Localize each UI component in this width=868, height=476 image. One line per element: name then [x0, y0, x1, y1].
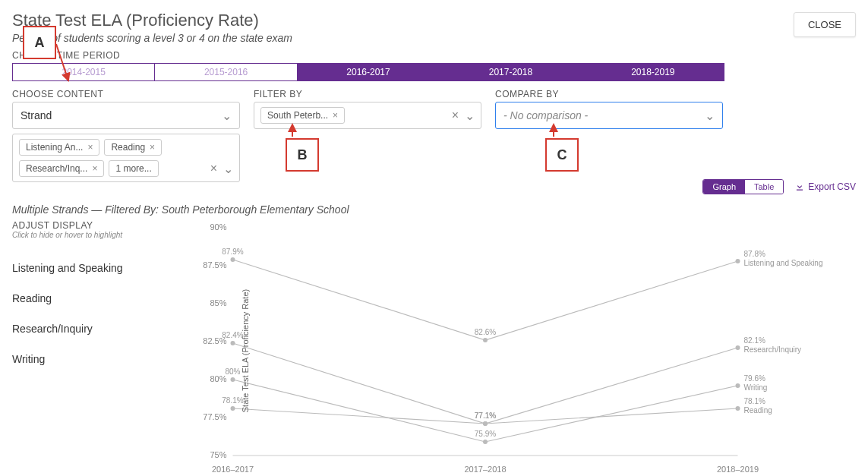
svg-text:2018–2019: 2018–2019: [717, 465, 759, 474]
svg-text:75%: 75%: [210, 450, 226, 459]
svg-point-38: [736, 406, 740, 411]
svg-text:77.5%: 77.5%: [203, 412, 226, 421]
time-period-selector: 2014-2015 2015-2016 2016-2017 2017-2018 …: [12, 63, 724, 81]
time-period-option[interactable]: 2015-2016: [155, 63, 297, 81]
svg-text:87.9%: 87.9%: [222, 247, 243, 256]
svg-text:80%: 80%: [210, 374, 226, 383]
compare-by-select[interactable]: - No comparison - ⌄: [495, 102, 723, 129]
filter-by-label: FILTER BY: [254, 89, 481, 99]
svg-text:Reading: Reading: [744, 406, 772, 415]
clear-tags-icon[interactable]: ×: [210, 162, 217, 175]
svg-point-15: [483, 338, 488, 342]
time-period-label: CHOOSE TIME PERIOD: [12, 50, 856, 61]
svg-point-17: [736, 259, 740, 263]
annotation-a: A: [23, 26, 56, 59]
time-period-option[interactable]: 2014-2015: [12, 63, 155, 81]
annotation-c: C: [545, 138, 579, 172]
svg-text:90%: 90%: [210, 222, 226, 232]
annotation-b: B: [286, 138, 319, 172]
time-period-option[interactable]: 2016-2017: [298, 63, 440, 81]
svg-text:Writing: Writing: [744, 383, 768, 392]
remove-tag-icon[interactable]: ×: [333, 110, 338, 121]
export-csv-button[interactable]: Export CSV: [794, 181, 856, 192]
view-toggle: Graph Table: [702, 179, 784, 194]
chevron-down-icon[interactable]: ⌄: [223, 162, 233, 176]
legend-item[interactable]: Listening and Speaking: [12, 253, 179, 283]
svg-line-0: [56, 44, 68, 80]
svg-text:78.1%: 78.1%: [744, 397, 765, 405]
svg-point-36: [483, 421, 488, 426]
content-tag-more[interactable]: 1 more...: [109, 160, 158, 177]
time-period-option[interactable]: 2018-2019: [582, 63, 724, 81]
svg-text:82.1%: 82.1%: [744, 336, 765, 345]
download-icon: [794, 181, 805, 192]
choose-content-tags[interactable]: Listening An...× Reading× Research/Inq..…: [12, 134, 240, 182]
svg-text:77.1%: 77.1%: [475, 411, 496, 420]
content-tag[interactable]: Listening An...×: [19, 139, 99, 156]
svg-text:87.8%: 87.8%: [744, 250, 765, 258]
content-tag[interactable]: Reading×: [104, 139, 162, 156]
annotation-c-arrow: [548, 123, 559, 138]
view-toggle-table[interactable]: Table: [745, 180, 783, 194]
choose-content-label: CHOOSE CONTENT: [12, 89, 240, 99]
svg-text:Research/Inquiry: Research/Inquiry: [744, 345, 802, 354]
choose-content-select[interactable]: Strand ⌄: [12, 102, 240, 129]
chevron-down-icon: ⌄: [222, 109, 232, 123]
svg-point-20: [231, 341, 235, 345]
clear-tags-icon[interactable]: ×: [452, 109, 459, 122]
svg-point-24: [736, 345, 740, 350]
remove-tag-icon[interactable]: ×: [92, 163, 97, 174]
y-axis-label: State Test ELA (Proficiency Rate): [241, 289, 250, 412]
page-subtitle: Percent of students scoring a level 3 or…: [12, 32, 856, 44]
svg-text:75.9%: 75.9%: [475, 430, 496, 438]
remove-tag-icon[interactable]: ×: [87, 142, 93, 153]
svg-text:80%: 80%: [225, 367, 240, 376]
svg-point-29: [483, 440, 488, 444]
svg-text:2016–2017: 2016–2017: [212, 465, 254, 474]
annotation-a-arrow: [55, 43, 73, 85]
svg-text:Listening and Speaking: Listening and Speaking: [744, 259, 823, 267]
close-button[interactable]: CLOSE: [794, 12, 856, 37]
annotation-b-arrow: [287, 123, 298, 138]
adjust-display-title: ADJUST DISPLAY: [12, 220, 179, 231]
filter-summary: Multiple Strands — Filtered By: South Pe…: [12, 203, 856, 216]
svg-text:85%: 85%: [210, 298, 226, 307]
line-chart: 75%77.5%80%82.5%85%87.5%90%2016–20172017…: [187, 220, 856, 476]
compare-by-placeholder: - No comparison -: [503, 109, 588, 121]
svg-text:82.6%: 82.6%: [475, 328, 496, 336]
filter-tag[interactable]: South Peterb...×: [260, 107, 345, 124]
view-toggle-graph[interactable]: Graph: [703, 180, 745, 194]
svg-point-31: [736, 383, 740, 388]
chevron-down-icon: ⌄: [705, 109, 715, 123]
chevron-down-icon[interactable]: ⌄: [465, 109, 475, 123]
legend-item[interactable]: Reading: [12, 283, 179, 314]
svg-text:79.6%: 79.6%: [744, 374, 765, 383]
compare-by-label: COMPARE BY: [495, 89, 723, 99]
svg-point-27: [231, 377, 235, 382]
choose-content-value: Strand: [21, 109, 52, 121]
adjust-display-subtitle: Click to hide or hover to highlight: [12, 231, 179, 239]
remove-tag-icon[interactable]: ×: [150, 142, 155, 153]
legend-item[interactable]: Writing: [12, 344, 179, 374]
page-title: State Test ELA (Proficiency Rate): [12, 11, 856, 30]
svg-point-13: [231, 257, 235, 262]
legend-item[interactable]: Research/Inquiry: [12, 314, 179, 344]
svg-point-34: [231, 406, 235, 411]
time-period-option[interactable]: 2017-2018: [440, 63, 582, 81]
svg-text:87.5%: 87.5%: [203, 260, 226, 270]
content-tag[interactable]: Research/Inq...×: [19, 160, 104, 177]
svg-text:2017–2018: 2017–2018: [464, 465, 506, 474]
